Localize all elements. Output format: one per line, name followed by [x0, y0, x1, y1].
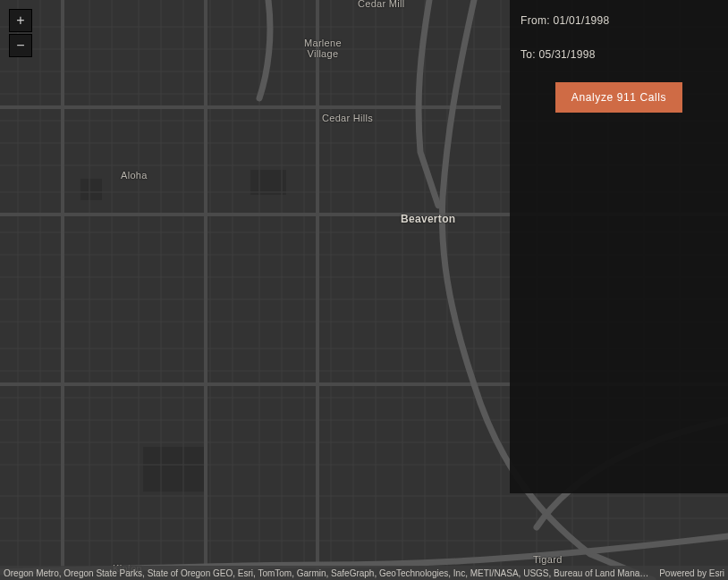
date-to-row: To: 05/31/1998	[521, 48, 717, 61]
attribution-powered[interactable]: Powered by Esri	[652, 568, 724, 578]
zoom-in-button[interactable]: +	[9, 9, 32, 32]
svg-rect-1	[250, 170, 286, 195]
minus-icon: −	[16, 38, 24, 53]
from-label: From:	[521, 14, 553, 27]
control-panel: From: 01/01/1998 To: 05/31/1998 Analyze …	[510, 0, 728, 493]
app-root: Cedar Mill Marlene Village Cedar Hills A…	[0, 0, 728, 580]
analyze-button[interactable]: Analyze 911 Calls	[555, 82, 682, 113]
to-label: To:	[521, 48, 539, 61]
from-value: 01/01/1998	[553, 14, 609, 27]
zoom-out-button[interactable]: −	[9, 34, 32, 57]
map-attribution: Oregon Metro, Oregon State Parks, State …	[0, 566, 728, 580]
zoom-controls: + −	[9, 9, 32, 57]
plus-icon: +	[16, 13, 24, 28]
svg-rect-3	[80, 179, 102, 200]
date-from-row: From: 01/01/1998	[521, 14, 717, 27]
to-value: 05/31/1998	[539, 48, 596, 61]
svg-rect-2	[143, 447, 206, 492]
attribution-sources: Oregon Metro, Oregon State Parks, State …	[4, 568, 652, 578]
